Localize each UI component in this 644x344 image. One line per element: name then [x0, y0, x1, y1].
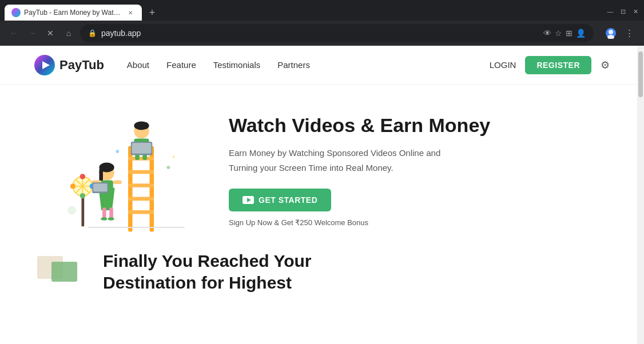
- svg-rect-20: [128, 183, 154, 187]
- back-button[interactable]: ←: [7, 26, 21, 40]
- svg-point-15: [70, 183, 75, 189]
- security-lock-icon: 🔒: [88, 29, 97, 37]
- logo-name: PayTub: [59, 58, 104, 73]
- hero-illustration: [34, 102, 206, 233]
- active-tab[interactable]: PayTub - Earn Money by Watch... ✕: [5, 5, 142, 21]
- address-bar-icons: 👁 ☆ ⊞ 👤: [543, 29, 586, 38]
- play-icon: [243, 196, 254, 204]
- nav-links: About Feature Testimonials Partners: [127, 60, 490, 70]
- close-button[interactable]: ✕: [631, 7, 639, 15]
- eye-off-icon[interactable]: 👁: [543, 29, 551, 38]
- nav-testimonials[interactable]: Testimonials: [213, 60, 261, 70]
- extension-icon[interactable]: ⊞: [566, 29, 573, 38]
- svg-rect-48: [51, 262, 77, 282]
- svg-point-42: [108, 217, 114, 221]
- svg-rect-21: [128, 197, 154, 201]
- svg-point-46: [116, 150, 120, 153]
- url-text: paytub.app: [101, 29, 539, 38]
- tab-favicon: [11, 8, 21, 17]
- nav-right: LOGIN REGISTER ⚙: [490, 56, 610, 74]
- bottom-teaser: Finally You Reached Your Destination for…: [0, 245, 644, 293]
- get-started-button[interactable]: GET STARTED: [229, 189, 331, 211]
- tab-close-button[interactable]: ✕: [126, 8, 135, 17]
- browser-actions: ⋮: [603, 25, 637, 41]
- site-nav: PayTub About Feature Testimonials Partne…: [0, 46, 644, 85]
- bottom-title: Finally You Reached Your Destination for…: [103, 250, 610, 293]
- svg-point-45: [173, 155, 175, 158]
- nav-partners[interactable]: Partners: [277, 60, 310, 70]
- svg-point-5: [67, 206, 76, 215]
- svg-rect-36: [113, 181, 122, 185]
- svg-point-41: [101, 217, 107, 221]
- profile-avatar[interactable]: [603, 25, 619, 41]
- get-started-label: GET STARTED: [259, 195, 317, 205]
- svg-rect-40: [109, 207, 113, 218]
- hero-section: Watch Videos & Earn Money Earn Money by …: [0, 85, 644, 245]
- forward-button[interactable]: →: [25, 26, 39, 40]
- hero-title: Watch Videos & Earn Money: [229, 114, 610, 137]
- svg-rect-18: [128, 157, 154, 161]
- hero-description: Earn Money by Watching Sponsored Videos …: [229, 146, 458, 175]
- new-tab-button[interactable]: +: [144, 5, 160, 21]
- scrollbar[interactable]: [637, 46, 644, 344]
- address-bar[interactable]: 🔒 paytub.app 👁 ☆ ⊞ 👤: [80, 24, 594, 42]
- svg-point-12: [80, 174, 85, 179]
- login-button[interactable]: LOGIN: [490, 60, 516, 70]
- browser-chrome: PayTub - Earn Money by Watch... ✕ + — ⊡ …: [0, 0, 644, 46]
- star-icon[interactable]: ☆: [555, 29, 562, 38]
- address-bar-row: ← → ✕ ⌂ 🔒 paytub.app 👁 ☆ ⊞ 👤 ⋮: [0, 21, 644, 46]
- bottom-illustration: [34, 250, 80, 287]
- logo-area: PayTub: [34, 55, 104, 75]
- svg-rect-22: [128, 210, 154, 214]
- svg-rect-38: [93, 183, 107, 191]
- svg-point-24: [134, 121, 149, 130]
- signup-bonus-text: Sign Up Now & Get ₹250 Welcome Bonus: [229, 218, 610, 227]
- register-button[interactable]: REGISTER: [525, 56, 591, 74]
- tab-title: PayTub - Earn Money by Watch...: [24, 9, 122, 17]
- window-controls: — ⊡ ✕: [606, 7, 639, 18]
- svg-point-1: [609, 30, 613, 34]
- nav-about[interactable]: About: [127, 60, 149, 70]
- person-icon[interactable]: 👤: [576, 29, 586, 38]
- hero-text: Watch Videos & Earn Money Earn Money by …: [229, 108, 610, 227]
- scrollbar-thumb[interactable]: [638, 51, 643, 97]
- home-button[interactable]: ⌂: [62, 26, 75, 40]
- tab-bar: PayTub - Earn Money by Watch... ✕ + — ⊡ …: [0, 0, 644, 21]
- reload-button[interactable]: ✕: [43, 26, 57, 40]
- bottom-text: Finally You Reached Your Destination for…: [103, 250, 610, 293]
- settings-icon[interactable]: ⚙: [601, 59, 610, 71]
- more-options-button[interactable]: ⋮: [621, 25, 637, 41]
- logo-icon: [34, 55, 55, 75]
- svg-rect-19: [128, 170, 154, 174]
- svg-point-44: [167, 166, 170, 169]
- restore-button[interactable]: ⊡: [619, 7, 627, 15]
- nav-feature[interactable]: Feature: [166, 60, 196, 70]
- svg-rect-29: [132, 143, 152, 154]
- svg-point-14: [80, 193, 85, 198]
- svg-rect-39: [102, 207, 106, 218]
- minimize-button[interactable]: —: [606, 7, 614, 15]
- website-content: PayTub About Feature Testimonials Partne…: [0, 46, 644, 344]
